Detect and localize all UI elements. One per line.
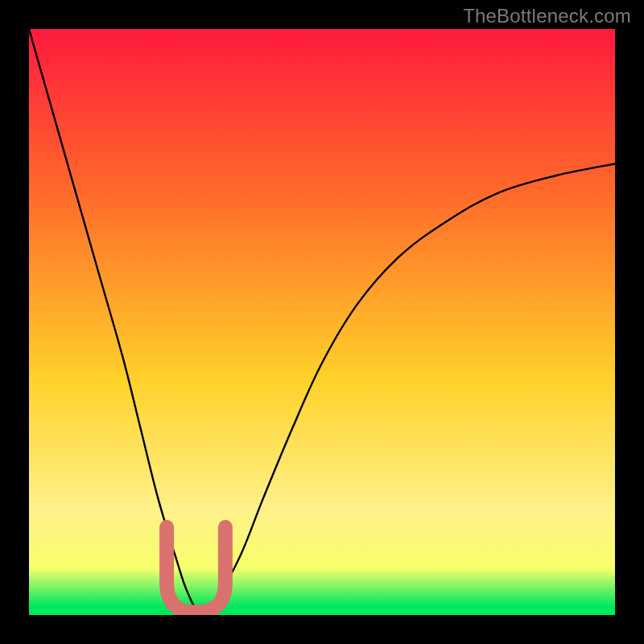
chart-frame: TheBottleneck.com (0, 0, 644, 644)
gradient-background (29, 29, 615, 615)
chart-svg (29, 29, 615, 615)
plot-area (29, 29, 615, 615)
attribution-text: TheBottleneck.com (463, 5, 631, 27)
